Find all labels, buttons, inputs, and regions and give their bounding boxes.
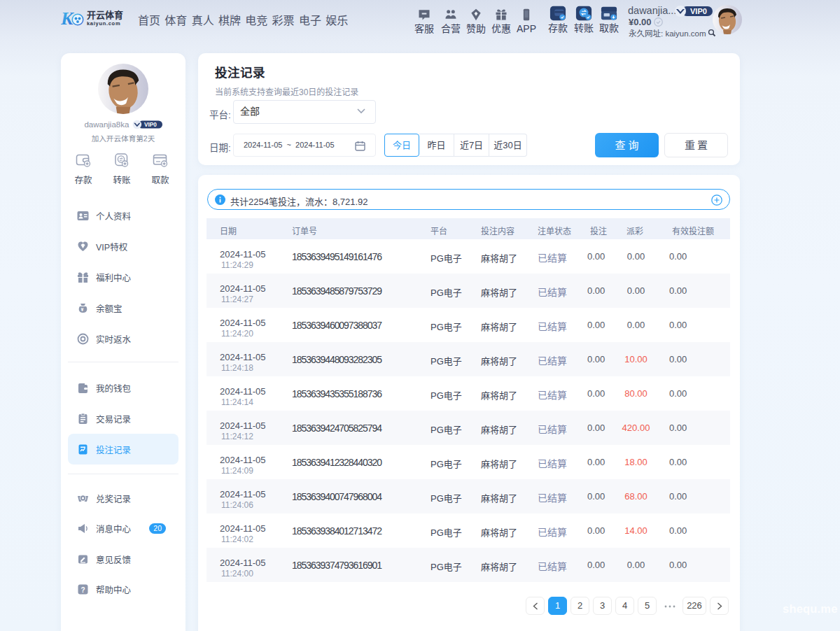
- svg-text:?: ?: [81, 586, 85, 593]
- svg-text:¥: ¥: [81, 307, 84, 312]
- svg-text:VIP0: VIP0: [690, 7, 707, 15]
- svg-text:VIP0: VIP0: [144, 122, 157, 128]
